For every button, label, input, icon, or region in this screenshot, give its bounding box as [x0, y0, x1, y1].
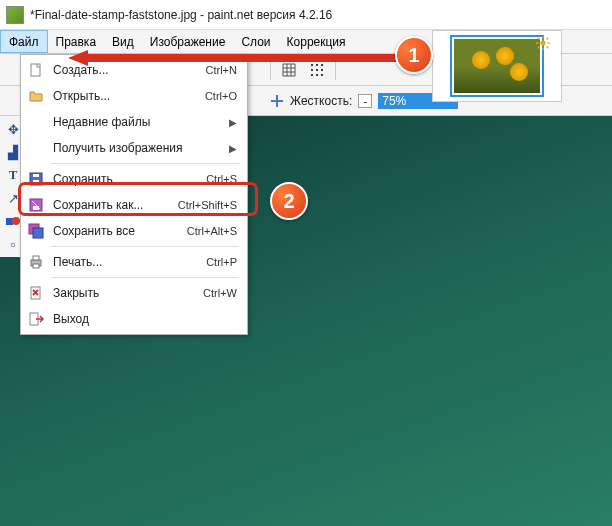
dots-button[interactable] — [305, 58, 329, 82]
svg-point-7 — [316, 74, 318, 76]
print-icon — [27, 253, 45, 271]
menu-save-all[interactable]: Сохранить все Ctrl+Alt+S — [21, 218, 247, 244]
menu-layers[interactable]: Слои — [233, 30, 278, 53]
svg-rect-27 — [33, 228, 43, 238]
menu-create-label: Создать... — [53, 63, 198, 77]
menu-open-label: Открыть... — [53, 89, 197, 103]
callout-1: 1 — [395, 36, 433, 74]
menu-save-all-label: Сохранить все — [53, 224, 179, 238]
submenu-arrow-icon: ▶ — [229, 117, 237, 128]
exit-icon — [27, 310, 45, 328]
menu-acquire-label: Получить изображения — [53, 141, 221, 155]
menu-print[interactable]: Печать... Ctrl+P — [21, 249, 247, 275]
menu-edit[interactable]: Правка — [48, 30, 105, 53]
menu-save-shortcut: Ctrl+S — [206, 173, 237, 185]
menu-exit[interactable]: Выход — [21, 306, 247, 332]
svg-point-1 — [316, 64, 318, 66]
submenu-arrow-icon: ▶ — [229, 143, 237, 154]
svg-point-6 — [311, 74, 313, 76]
plus-icon[interactable] — [270, 94, 284, 108]
menu-save-as-label: Сохранить как... — [53, 198, 170, 212]
new-file-icon — [27, 61, 45, 79]
menu-close-label: Закрыть — [53, 286, 195, 300]
menu-image[interactable]: Изображение — [142, 30, 234, 53]
menu-separator — [51, 246, 239, 247]
callout-2: 2 — [270, 182, 308, 220]
menu-save-as[interactable]: Сохранить как... Ctrl+Shift+S — [21, 192, 247, 218]
close-icon — [27, 284, 45, 302]
svg-line-17 — [547, 47, 549, 49]
save-icon — [27, 170, 45, 188]
menu-file[interactable]: Файл — [0, 30, 48, 53]
app-window: *Final-date-stamp-faststone.jpg - paint.… — [0, 0, 612, 526]
app-icon — [6, 6, 24, 24]
svg-point-4 — [316, 69, 318, 71]
menu-save-as-shortcut: Ctrl+Shift+S — [178, 199, 237, 211]
svg-rect-9 — [6, 218, 13, 225]
thumbnail-active[interactable] — [450, 35, 544, 97]
sun-icon — [536, 36, 550, 50]
svg-rect-23 — [33, 174, 39, 177]
save-as-icon — [27, 196, 45, 214]
svg-rect-22 — [33, 180, 39, 184]
menu-separator — [51, 163, 239, 164]
save-all-icon — [27, 222, 45, 240]
titlebar: *Final-date-stamp-faststone.jpg - paint.… — [0, 0, 612, 30]
svg-point-0 — [311, 64, 313, 66]
menu-print-shortcut: Ctrl+P — [206, 256, 237, 268]
menu-view[interactable]: Вид — [104, 30, 142, 53]
menu-adjust[interactable]: Коррекция — [279, 30, 354, 53]
window-title: *Final-date-stamp-faststone.jpg - paint.… — [30, 8, 332, 22]
svg-point-3 — [311, 69, 313, 71]
flower-icon — [510, 63, 528, 81]
flower-icon — [496, 47, 514, 65]
menu-close[interactable]: Закрыть Ctrl+W — [21, 280, 247, 306]
svg-point-8 — [321, 74, 323, 76]
menu-separator — [51, 277, 239, 278]
svg-point-11 — [540, 40, 545, 45]
menu-acquire[interactable]: Получить изображения ▶ — [21, 135, 247, 161]
hardness-minus[interactable]: - — [358, 94, 372, 108]
thumbnail-image — [454, 39, 540, 93]
svg-line-18 — [547, 38, 549, 40]
svg-line-16 — [538, 38, 540, 40]
menu-open-shortcut: Ctrl+O — [205, 90, 237, 102]
svg-point-5 — [321, 69, 323, 71]
file-menu-dropdown: Создать... Ctrl+N Открыть... Ctrl+O Неда… — [20, 54, 248, 335]
menu-recent-label: Недавние файлы — [53, 115, 221, 129]
grid-button[interactable] — [277, 58, 301, 82]
folder-open-icon — [27, 87, 45, 105]
hardness-label: Жесткость: — [290, 94, 352, 108]
svg-point-2 — [321, 64, 323, 66]
blank-icon — [27, 113, 45, 131]
menu-create-shortcut: Ctrl+N — [206, 64, 237, 76]
svg-rect-29 — [33, 256, 39, 260]
menu-create[interactable]: Создать... Ctrl+N — [21, 57, 247, 83]
svg-rect-20 — [31, 64, 40, 76]
svg-rect-30 — [33, 264, 39, 268]
toolbar-separator — [335, 60, 336, 80]
flower-icon — [472, 51, 490, 69]
svg-line-19 — [538, 47, 540, 49]
menu-save[interactable]: Сохранить Ctrl+S — [21, 166, 247, 192]
menu-exit-label: Выход — [53, 312, 237, 326]
menu-save-all-shortcut: Ctrl+Alt+S — [187, 225, 237, 237]
menu-print-label: Печать... — [53, 255, 198, 269]
svg-point-10 — [12, 217, 20, 225]
menu-save-label: Сохранить — [53, 172, 198, 186]
blank-icon — [27, 139, 45, 157]
toolbar-separator — [270, 60, 271, 80]
menu-recent[interactable]: Недавние файлы ▶ — [21, 109, 247, 135]
menu-close-shortcut: Ctrl+W — [203, 287, 237, 299]
menu-open[interactable]: Открыть... Ctrl+O — [21, 83, 247, 109]
